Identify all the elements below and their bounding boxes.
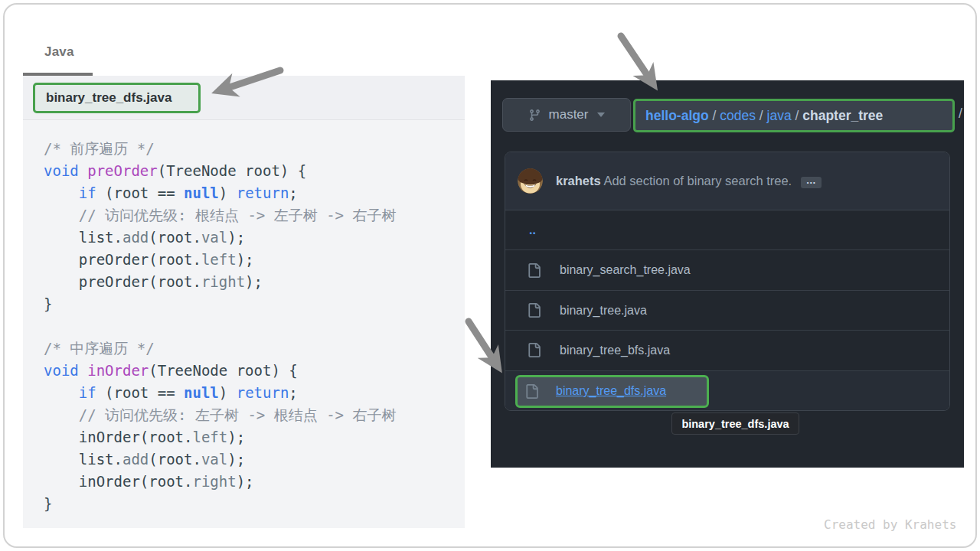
annotation-box-file-link: binary_tree_dfs.java [515, 375, 709, 408]
file-icon [527, 343, 541, 357]
file-entry: binary_tree_bfs.java [518, 331, 670, 370]
github-panel: master hello-algo / codes / java / chapt… [491, 80, 964, 468]
git-branch-icon [528, 109, 541, 122]
code-line: if (root == null) return; [44, 182, 457, 204]
chevron-down-icon [597, 112, 605, 117]
branch-selector-button[interactable]: master [502, 98, 631, 132]
file-link[interactable]: binary_tree_bfs.java [560, 344, 670, 357]
code-line: void preOrder(TreeNode root) { [44, 160, 457, 182]
breadcrumb-item-chapter_tree: chapter_tree [802, 108, 883, 123]
latest-commit-bar: krahets Add section of binary search tre… [505, 152, 949, 210]
parent-directory-link[interactable]: .. [529, 223, 536, 237]
annotation-box-filename: binary_tree_dfs.java [33, 83, 201, 113]
breadcrumb-separator: / [792, 108, 803, 123]
breadcrumb-item-hello-algo[interactable]: hello-algo [645, 108, 709, 123]
arrow-to-breadcrumb [621, 36, 652, 83]
file-link[interactable]: binary_search_tree.java [560, 263, 691, 277]
file-row[interactable]: .. [505, 210, 949, 249]
breadcrumb-item-java[interactable]: java [767, 108, 792, 123]
page: Java binary_tree_dfs.java /* 前序遍历 */void… [0, 0, 980, 551]
file-row[interactable]: binary_search_tree.java [505, 249, 949, 289]
file-row[interactable]: binary_tree_bfs.java [505, 330, 949, 370]
breadcrumb: hello-algo / codes / java / chapter_tree [645, 108, 883, 124]
credit-text: Created by Krahets [824, 517, 956, 532]
code-filename: binary_tree_dfs.java [46, 90, 172, 106]
breadcrumb-separator: / [709, 108, 720, 123]
file-entry: binary_tree.java [518, 291, 647, 330]
file-tooltip: binary_tree_dfs.java [671, 412, 799, 435]
code-line: /* 中序遍历 */ [44, 337, 457, 360]
file-entry: binary_search_tree.java [518, 250, 691, 289]
file-row[interactable]: binary_tree_dfs.java [505, 370, 949, 410]
code-line: preOrder(root.right); [44, 271, 457, 293]
code-line: inOrder(root.right); [44, 471, 457, 493]
code-line-blank [44, 315, 457, 337]
code-line: if (root == null) return; [44, 382, 457, 404]
file-icon [524, 384, 539, 399]
code-line: inOrder(root.left); [44, 426, 457, 448]
annotation-box-breadcrumb: hello-algo / codes / java / chapter_tree [633, 99, 955, 132]
code-line: preOrder(root.left); [44, 249, 457, 271]
breadcrumb-separator: / [756, 108, 767, 123]
file-row[interactable]: binary_tree.java [505, 290, 949, 330]
file-link[interactable]: binary_tree_dfs.java [556, 384, 666, 398]
commit-message-link[interactable]: Add section of binary search tree. [603, 174, 792, 187]
breadcrumb-item-codes[interactable]: codes [720, 108, 756, 123]
code-line: /* 前序遍历 */ [44, 138, 457, 160]
code-line: // 访问优先级: 左子树 -> 根结点 -> 右子树 [44, 404, 457, 426]
file-icon [527, 303, 541, 318]
avatar[interactable] [518, 168, 543, 194]
code-line: list.add(root.val); [44, 448, 457, 471]
code-block-header: binary_tree_dfs.java [23, 76, 465, 120]
commit-author-link[interactable]: krahets [556, 174, 601, 187]
breadcrumb-trailing-slash: / [959, 106, 962, 122]
file-list: ..binary_search_tree.javabinary_tree.jav… [505, 210, 949, 410]
file-icon [527, 263, 541, 278]
commit-summary: krahets Add section of binary search tre… [556, 174, 822, 188]
code-line: } [44, 493, 457, 515]
tab-java[interactable]: Java [44, 44, 74, 60]
commit-ellipsis-button[interactable]: … [801, 177, 822, 188]
code-line: void inOrder(TreeNode root) { [44, 360, 457, 382]
file-link[interactable]: binary_tree.java [560, 304, 647, 318]
code-block-panel: binary_tree_dfs.java /* 前序遍历 */void preO… [23, 76, 465, 528]
branch-name: master [549, 107, 589, 122]
code-line: } [44, 293, 457, 315]
file-browser: krahets Add section of binary search tre… [505, 152, 950, 411]
code-line: list.add(root.val); [44, 227, 457, 249]
code-body: /* 前序遍历 */void preOrder(TreeNode root) {… [23, 120, 465, 523]
code-line: // 访问优先级: 根结点 -> 左子树 -> 右子树 [44, 204, 457, 227]
